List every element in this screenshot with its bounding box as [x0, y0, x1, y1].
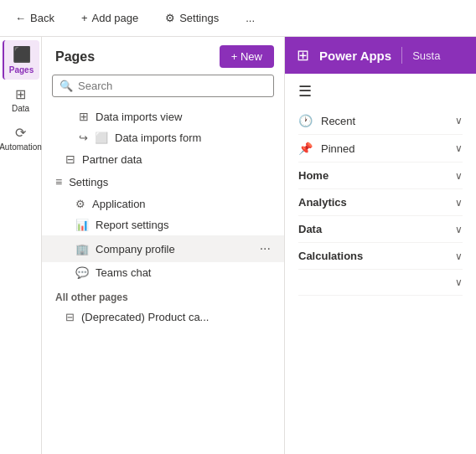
settings-label: Settings [179, 12, 219, 24]
pages-header: Pages + New [42, 37, 284, 75]
new-button-label: + New [231, 50, 262, 63]
pages-title: Pages [55, 49, 95, 64]
clock-icon: 🕐 [298, 114, 313, 127]
right-nav-calculations[interactable]: Calculations ∨ [298, 243, 463, 270]
nav-item-label: Settings [69, 176, 108, 188]
nav-item-label: Data imports form [115, 132, 201, 144]
all-other-pages-label: All other pages [42, 283, 284, 307]
pages-panel: Pages + New 🔍 ⊞ Data imports view ↪ ⬜ Da… [42, 37, 285, 454]
nav-item-teams-chat[interactable]: 💬 Teams chat [42, 262, 284, 283]
company-icon: 🏢 [75, 243, 89, 255]
more-label: ... [246, 12, 255, 24]
gear-icon: ⚙ [165, 12, 175, 24]
calculations-label: Calculations [298, 250, 363, 262]
right-nav-pinned[interactable]: 📌 Pinned ∨ [298, 135, 463, 163]
data-label: Data [298, 223, 322, 235]
right-nav-analytics[interactable]: Analytics ∨ [298, 189, 463, 216]
chevron-home-icon: ∨ [455, 170, 463, 182]
header-sub: Susta [412, 49, 440, 62]
new-button[interactable]: + New [220, 45, 274, 68]
home-label: Home [298, 169, 329, 182]
right-panel-header: ⊞ Power Apps Susta [285, 37, 476, 74]
add-page-button[interactable]: + Add page [76, 8, 143, 28]
right-nav-recent[interactable]: 🕐 Recent ∨ [298, 107, 463, 135]
nav-item-data-imports-form[interactable]: ↪ ⬜ Data imports form [42, 127, 284, 148]
back-label: Back [30, 12, 54, 24]
sidebar-item-pages[interactable]: ⬛ Pages [3, 40, 39, 80]
deprecated-icon: ⊟ [65, 311, 75, 323]
chevron-analytics-icon: ∨ [455, 197, 463, 209]
sidebar-data-label: Data [12, 104, 29, 113]
analytics-label: Analytics [298, 196, 347, 209]
right-nav-extra[interactable]: ∨ [298, 270, 463, 296]
chevron-data-icon: ∨ [455, 224, 463, 235]
power-apps-title: Power Apps [319, 49, 391, 63]
nav-item-settings[interactable]: ≡ Settings [42, 170, 284, 193]
automation-icon: ⟳ [15, 125, 26, 141]
add-page-label: Add page [92, 12, 139, 24]
search-box[interactable]: 🔍 [52, 75, 274, 97]
nav-item-label: Teams chat [96, 266, 151, 279]
nav-item-label: (Deprecated) Product ca... [81, 311, 209, 323]
main-layout: ⬛ Pages ⊞ Data ⟳ Automation Pages + New … [0, 37, 476, 454]
recent-label-group: 🕐 Recent [298, 114, 355, 127]
sidebar-automation-label: Automation [0, 142, 42, 152]
right-nav-home[interactable]: Home ∨ [298, 163, 463, 189]
report-icon: 📊 [75, 219, 89, 231]
grid-icon: ⊞ [79, 110, 89, 123]
sidebar-item-data[interactable]: ⊞ Data [3, 81, 39, 118]
back-button[interactable]: ← Back [10, 8, 60, 28]
chevron-extra-icon: ∨ [455, 276, 463, 288]
right-nav-data[interactable]: Data ∨ [298, 216, 463, 243]
chevron-right-icon: ∨ [455, 115, 463, 126]
nav-item-company-profile[interactable]: 🏢 Company profile ··· [42, 235, 284, 262]
sidebar-item-automation[interactable]: ⟳ Automation [3, 120, 39, 157]
header-separator [401, 47, 402, 64]
search-input[interactable] [78, 80, 266, 92]
data-icon: ⊞ [15, 86, 26, 102]
nav-item-label: Report settings [96, 219, 168, 231]
analytics-label-group: Analytics [298, 196, 347, 209]
icon-sidebar: ⬛ Pages ⊞ Data ⟳ Automation [0, 37, 42, 454]
sidebar-pages-label: Pages [9, 65, 34, 75]
table-icon: ⊟ [65, 152, 75, 166]
nav-item-partner-data[interactable]: ⊟ Partner data [42, 148, 284, 170]
home-label-group: Home [298, 169, 329, 182]
chevron-calculations-icon: ∨ [455, 250, 463, 262]
pages-icon: ⬛ [13, 45, 31, 64]
search-icon: 🔍 [60, 80, 73, 92]
hamburger-icon[interactable]: ☰ [298, 82, 463, 101]
top-bar: ← Back + Add page ⚙ Settings ... [0, 0, 476, 37]
nav-item-application[interactable]: ⚙ Application [42, 193, 284, 214]
settings-button[interactable]: ⚙ Settings [160, 8, 224, 28]
pinned-label: Pinned [321, 142, 354, 155]
nav-tree: ⊞ Data imports view ↪ ⬜ Data imports for… [42, 106, 284, 454]
nav-item-label: Application [92, 198, 146, 210]
data-label-group: Data [298, 223, 322, 235]
back-arrow-icon: ← [15, 12, 26, 24]
nav-item-label: Company profile [96, 243, 175, 255]
company-profile-more-button[interactable]: ··· [256, 240, 274, 258]
nav-item-report-settings[interactable]: 📊 Report settings [42, 214, 284, 235]
gear-small-icon: ⚙ [75, 198, 85, 210]
right-panel: ⊞ Power Apps Susta ☰ 🕐 Recent ∨ 📌 Pinned [285, 37, 476, 454]
nav-item-data-imports-view[interactable]: ⊞ Data imports view [42, 106, 284, 127]
form-icon: ↪ [79, 132, 88, 144]
calculations-label-group: Calculations [298, 250, 363, 262]
dots-icon: ··· [260, 241, 271, 256]
more-button[interactable]: ... [241, 8, 260, 28]
pinned-label-group: 📌 Pinned [298, 142, 354, 155]
right-nav: ☰ 🕐 Recent ∨ 📌 Pinned ∨ Home [285, 74, 476, 304]
teams-icon: 💬 [75, 266, 89, 279]
chevron-pinned-icon: ∨ [455, 142, 463, 154]
plus-icon: + [81, 12, 88, 24]
nav-item-label: Data imports view [96, 111, 182, 123]
list-icon: ≡ [55, 175, 62, 188]
nav-item-label: Partner data [82, 153, 142, 166]
pin-icon: 📌 [298, 142, 313, 155]
nav-item-deprecated[interactable]: ⊟ (Deprecated) Product ca... [42, 307, 284, 328]
apps-icon: ⊞ [297, 46, 309, 64]
recent-label: Recent [321, 115, 355, 127]
